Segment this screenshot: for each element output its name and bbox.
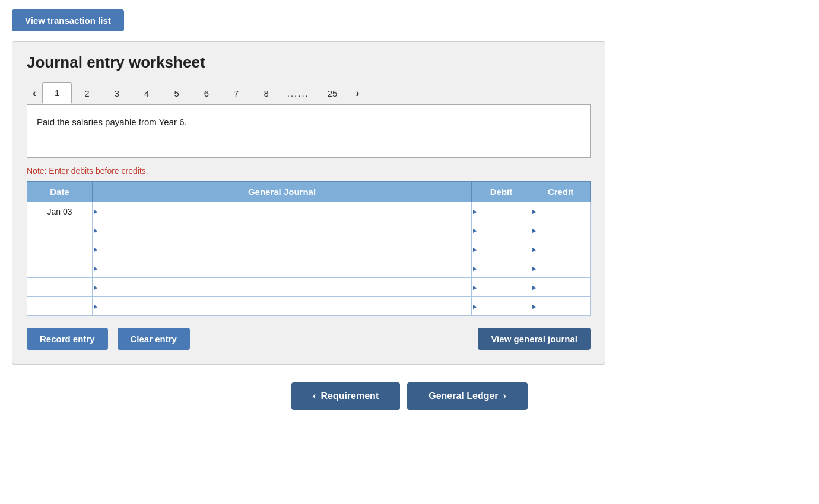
debit-input-1[interactable] bbox=[472, 202, 531, 221]
prev-tab-button[interactable]: ‹ bbox=[27, 84, 42, 103]
debit-input-2[interactable] bbox=[472, 221, 531, 240]
debit-cell-4[interactable] bbox=[472, 259, 531, 278]
credit-cell-1[interactable] bbox=[531, 202, 591, 221]
chevron-left-icon: ‹ bbox=[313, 391, 316, 401]
tab-1[interactable]: 1 bbox=[42, 82, 72, 104]
record-entry-button[interactable]: Record entry bbox=[27, 328, 108, 350]
debit-cell-3[interactable] bbox=[472, 240, 531, 259]
header-debit: Debit bbox=[472, 182, 531, 202]
tab-5[interactable]: 5 bbox=[161, 83, 191, 103]
tabs-row: ‹ 1 2 3 4 5 6 7 8 ...... 25 › bbox=[27, 82, 591, 104]
table-row bbox=[27, 259, 591, 278]
worksheet-container: Journal entry worksheet ‹ 1 2 3 4 5 6 7 … bbox=[12, 41, 605, 365]
journal-input-5[interactable] bbox=[93, 278, 471, 296]
date-cell-3 bbox=[27, 240, 93, 259]
credit-input-1[interactable] bbox=[531, 202, 590, 221]
tab-ellipsis: ...... bbox=[281, 84, 315, 103]
credit-input-5[interactable] bbox=[531, 278, 590, 296]
tab-8[interactable]: 8 bbox=[251, 83, 281, 103]
table-row bbox=[27, 240, 591, 259]
chevron-right-icon: › bbox=[503, 391, 506, 401]
date-cell-5 bbox=[27, 278, 93, 297]
debit-input-3[interactable] bbox=[472, 240, 531, 259]
credit-input-6[interactable] bbox=[531, 297, 590, 315]
general-ledger-label: General Ledger bbox=[428, 391, 498, 401]
worksheet-title: Journal entry worksheet bbox=[27, 53, 591, 72]
view-transaction-list-button[interactable]: View transaction list bbox=[12, 9, 124, 31]
journal-cell-5[interactable] bbox=[93, 278, 472, 297]
header-general-journal: General Journal bbox=[93, 182, 472, 202]
debit-cell-2[interactable] bbox=[472, 221, 531, 240]
date-cell-2 bbox=[27, 221, 93, 240]
table-row bbox=[27, 297, 591, 316]
journal-input-1[interactable] bbox=[93, 202, 471, 221]
date-cell-1: Jan 03 bbox=[27, 202, 93, 221]
journal-input-6[interactable] bbox=[93, 297, 471, 315]
credit-input-3[interactable] bbox=[531, 240, 590, 259]
tab-3[interactable]: 3 bbox=[102, 83, 132, 103]
debit-input-6[interactable] bbox=[472, 297, 531, 315]
table-row bbox=[27, 278, 591, 297]
table-row: Jan 03 bbox=[27, 202, 591, 221]
debit-input-5[interactable] bbox=[472, 278, 531, 296]
journal-cell-2[interactable] bbox=[93, 221, 472, 240]
debit-cell-5[interactable] bbox=[472, 278, 531, 297]
action-buttons-row: Record entry Clear entry View general jo… bbox=[27, 328, 591, 350]
credit-cell-5[interactable] bbox=[531, 278, 591, 297]
credit-input-4[interactable] bbox=[531, 259, 590, 277]
journal-cell-4[interactable] bbox=[93, 259, 472, 278]
credit-cell-6[interactable] bbox=[531, 297, 591, 316]
tab-4[interactable]: 4 bbox=[132, 83, 161, 103]
journal-input-4[interactable] bbox=[93, 259, 471, 277]
journal-cell-6[interactable] bbox=[93, 297, 472, 316]
header-date: Date bbox=[27, 182, 93, 202]
debit-input-4[interactable] bbox=[472, 259, 531, 277]
note-text: Note: Enter debits before credits. bbox=[27, 166, 591, 176]
credit-input-2[interactable] bbox=[531, 221, 590, 240]
date-cell-6 bbox=[27, 297, 93, 316]
tab-2[interactable]: 2 bbox=[72, 83, 101, 103]
next-tab-button[interactable]: › bbox=[350, 84, 365, 103]
requirement-button[interactable]: ‹ Requirement bbox=[291, 382, 400, 410]
debit-cell-6[interactable] bbox=[472, 297, 531, 316]
credit-cell-4[interactable] bbox=[531, 259, 591, 278]
credit-cell-2[interactable] bbox=[531, 221, 591, 240]
journal-cell-3[interactable] bbox=[93, 240, 472, 259]
tab-6[interactable]: 6 bbox=[192, 83, 221, 103]
tab-25[interactable]: 25 bbox=[315, 83, 350, 103]
journal-table: Date General Journal Debit Credit Jan 03 bbox=[27, 181, 591, 316]
description-box: Paid the salaries payable from Year 6. bbox=[27, 104, 591, 158]
date-cell-4 bbox=[27, 259, 93, 278]
table-row bbox=[27, 221, 591, 240]
bottom-nav: ‹ Requirement General Ledger › bbox=[0, 382, 819, 410]
credit-cell-3[interactable] bbox=[531, 240, 591, 259]
journal-input-3[interactable] bbox=[93, 240, 471, 259]
requirement-label: Requirement bbox=[320, 391, 379, 401]
debit-cell-1[interactable] bbox=[472, 202, 531, 221]
journal-cell-1[interactable] bbox=[93, 202, 472, 221]
header-credit: Credit bbox=[531, 182, 591, 202]
journal-input-2[interactable] bbox=[93, 221, 471, 240]
view-general-journal-button[interactable]: View general journal bbox=[478, 328, 591, 350]
clear-entry-button[interactable]: Clear entry bbox=[118, 328, 190, 350]
tab-7[interactable]: 7 bbox=[221, 83, 251, 103]
general-ledger-button[interactable]: General Ledger › bbox=[407, 382, 528, 410]
